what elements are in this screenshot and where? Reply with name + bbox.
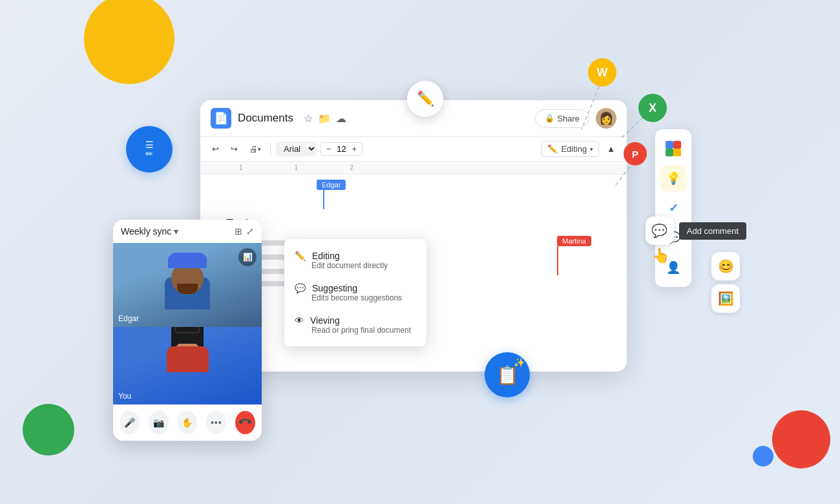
folder-icon[interactable]: 📁	[318, 112, 331, 125]
mic-button[interactable]: 🎤	[120, 411, 140, 434]
print-icon: 🖨	[249, 144, 258, 154]
todo-title: To do	[226, 217, 601, 231]
viewing-icon: 👁	[295, 315, 304, 326]
cloud-icon[interactable]: ☁	[336, 112, 346, 125]
ruler-mark-1: 1	[239, 164, 243, 171]
mode-suggesting[interactable]: 💬 Suggesting Edits become suggestions	[284, 277, 426, 309]
doc-header-actions: ☆ 📁 ☁	[304, 112, 346, 125]
floating-edit-button[interactable]: ✏️	[407, 81, 443, 117]
editing-mode-dropdown: ✏️ Editing Edit document directly 💬 Sugg…	[284, 239, 426, 346]
doc-file-icon: 📄	[211, 108, 231, 129]
ruler-mark-2: 1	[295, 164, 299, 171]
dropdown-arrow: ▾	[258, 146, 261, 152]
yellow-circle	[84, 0, 174, 84]
image-icon: 🖼️	[718, 291, 734, 306]
undo-icon: ↩	[212, 144, 219, 154]
mic-icon: 🎤	[124, 417, 135, 428]
font-size-value: 12	[335, 144, 348, 154]
sparkle-icon: ✨	[514, 357, 525, 368]
red-circle	[772, 410, 830, 468]
editing-pencil-icon: ✏️	[547, 144, 558, 154]
meet-dropdown-icon[interactable]: ▾	[174, 226, 178, 236]
mode-editing[interactable]: ✏️ Editing Edit document directly	[284, 244, 426, 277]
lightbulb-button[interactable]: 💡	[660, 165, 686, 191]
editing-dropdown-arrow: ▾	[590, 146, 593, 152]
font-selector[interactable]: Arial	[276, 142, 317, 156]
you-name-tag: You	[118, 392, 131, 401]
checkmark-icon: ✓	[669, 201, 678, 215]
you-video: You	[113, 327, 262, 404]
print-button[interactable]: 🖨 ▾	[246, 142, 265, 156]
meet-card: Weekly sync ▾ ⊞ ⤢ Edgar 📊	[113, 220, 262, 441]
suggesting-icon: 💬	[295, 283, 306, 293]
add-comment-area: 💬 Add comment 👆	[646, 216, 746, 264]
meet-controls-top: ⊞ ⤢	[235, 226, 254, 236]
meet-header: Weekly sync ▾ ⊞ ⤢	[113, 220, 262, 243]
doc-ruler: 1 1 2	[200, 162, 627, 174]
camera-icon: 📷	[153, 417, 164, 428]
hand-icon: ✋	[182, 417, 193, 428]
grid-view-button[interactable]: ⊞	[235, 226, 242, 236]
ruler-mark-3: 2	[350, 164, 353, 171]
pencil-icon: ✏️	[417, 90, 434, 107]
collapse-icon: ▲	[607, 144, 615, 154]
font-size-decrease[interactable]: −	[325, 144, 333, 154]
image-comment-button[interactable]: 🖼️	[711, 284, 740, 313]
martina-cursor: Martina	[557, 236, 591, 275]
cursor-hand-icon: 👆	[652, 247, 746, 264]
meet-controls-bottom: 🎤 📷 ✋ ••• 📞	[113, 404, 262, 441]
avatar-badge-p[interactable]: P	[624, 142, 647, 165]
audio-indicator: 📊	[238, 248, 257, 266]
end-call-icon: 📞	[238, 415, 253, 430]
more-dots-icon: •••	[211, 417, 222, 428]
docs-edit-icon-button[interactable]: ☰ ✏	[126, 126, 173, 173]
docs-edit-icon: ☰ ✏	[145, 140, 153, 158]
edgar-avatar	[158, 256, 216, 327]
editing-icon: ✏️	[295, 251, 306, 261]
star-icon[interactable]: ☆	[304, 112, 313, 125]
blue-small-circle	[753, 446, 773, 467]
editing-mode-button[interactable]: ✏️ Editing ▾	[541, 141, 599, 157]
undo-button[interactable]: ↩	[208, 142, 223, 156]
meet-title: Weekly sync ▾	[121, 226, 178, 236]
google-color-icon-button[interactable]	[660, 136, 686, 162]
doc-title: Documents	[238, 112, 293, 125]
edgar-video: Edgar 📊	[113, 243, 262, 327]
add-comment-tooltip: Add comment	[679, 222, 746, 240]
avatar-badge-x[interactable]: X	[638, 94, 667, 122]
end-call-button[interactable]: 📞	[235, 411, 255, 434]
share-button[interactable]: 🔒 Share	[535, 109, 589, 128]
redo-icon: ↪	[231, 144, 238, 154]
plus-comment-icon: 💬	[651, 223, 667, 238]
camera-button[interactable]: 📷	[149, 411, 169, 434]
lock-icon: 🔒	[545, 114, 554, 123]
doc-ai-button[interactable]: 📋 ✨	[485, 352, 530, 397]
lightbulb-icon: 💡	[666, 171, 680, 185]
green-circle	[23, 404, 74, 456]
raise-hand-button[interactable]: ✋	[178, 411, 198, 434]
mode-viewing[interactable]: 👁 Vieving Read or pring final document	[284, 309, 426, 341]
more-options-button[interactable]: •••	[206, 411, 226, 434]
collapse-toolbar-button[interactable]: ▲	[603, 142, 619, 156]
expand-button[interactable]: ⤢	[246, 226, 254, 236]
you-avatar	[158, 333, 216, 404]
font-size-increase[interactable]: +	[351, 144, 359, 154]
redo-button[interactable]: ↪	[227, 142, 242, 156]
avatar-badge-w[interactable]: W	[588, 58, 616, 87]
add-comment-button[interactable]: 💬	[646, 216, 674, 245]
edgar-cursor: Edgar	[317, 180, 346, 209]
doc-toolbar: ↩ ↪ 🖨 ▾ Arial − 12 + ✏️ Editing ▾ ▲	[200, 137, 627, 162]
edgar-name-tag: Edgar	[118, 314, 139, 323]
user-avatar[interactable]: 👩	[596, 108, 616, 129]
